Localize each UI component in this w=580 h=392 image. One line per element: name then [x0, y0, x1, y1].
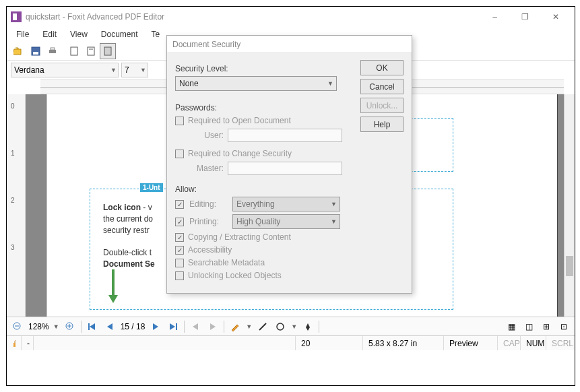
tool3-icon[interactable]: ⊞ [540, 320, 553, 333]
status-page: 20 [296, 336, 363, 350]
security-level-select[interactable]: None▼ [175, 76, 337, 91]
unlock-button: Unlock... [360, 98, 404, 113]
zoom-out-icon[interactable] [11, 320, 24, 333]
navigation-bar: 128% ▼ 15 / 18 ▼ ▼ ▦ ◫ ⊞ ⊡ [7, 317, 575, 335]
page3-icon[interactable] [100, 43, 116, 59]
editing-checkbox [175, 200, 184, 209]
required-open-checkbox [175, 117, 184, 125]
svg-marker-19 [170, 323, 175, 330]
svg-marker-21 [193, 323, 198, 330]
printing-checkbox [175, 218, 184, 226]
svg-rect-3 [51, 48, 55, 50]
prev-page-icon[interactable] [103, 320, 117, 333]
menu-text[interactable]: Te [146, 28, 166, 40]
menu-document[interactable]: Document [96, 28, 143, 40]
status-cap: CAP [498, 336, 521, 350]
svg-rect-1 [33, 52, 38, 55]
editing-select: Everything▼ [232, 197, 340, 211]
menu-file[interactable]: File [11, 28, 34, 40]
next-page-icon[interactable] [149, 320, 162, 333]
tool1-icon[interactable]: ▦ [505, 320, 518, 333]
copying-label: Copying / Extracting Content [188, 232, 291, 242]
last-page-icon[interactable] [166, 320, 180, 333]
lock-icon[interactable] [7, 336, 22, 350]
dialog-title: Document Security [167, 36, 412, 53]
svg-marker-15 [90, 323, 95, 330]
prev-view-icon[interactable] [189, 320, 202, 333]
status-scrl: SCRL [546, 336, 575, 350]
accessibility-checkbox [175, 246, 184, 255]
required-change-label: Required to Change Security [188, 149, 292, 158]
font-name-combo[interactable]: Verdana▼ [11, 63, 119, 77]
page-icon[interactable] [66, 43, 82, 59]
tool2-icon[interactable]: ◫ [522, 320, 536, 333]
save-icon[interactable] [28, 43, 44, 59]
vertical-scrollbar[interactable] [564, 94, 575, 317]
unlocking-checkbox [175, 271, 184, 280]
pen-icon[interactable] [301, 320, 315, 333]
line-icon[interactable] [256, 320, 269, 333]
document-security-dialog: Document Security OK Cancel Unlock... He… [166, 35, 412, 294]
svg-marker-18 [153, 323, 158, 330]
svg-rect-25 [13, 343, 15, 347]
circle-icon[interactable] [273, 320, 287, 333]
searchable-checkbox [175, 259, 184, 267]
searchable-label: Searchable Metadata [188, 258, 265, 267]
accessibility-label: Accessibility [188, 245, 232, 255]
svg-rect-2 [49, 50, 56, 53]
svg-marker-22 [210, 323, 216, 330]
ok-button[interactable]: OK [360, 60, 404, 75]
app-icon [11, 11, 22, 22]
open-icon[interactable] [11, 43, 27, 59]
svg-marker-17 [107, 323, 112, 330]
zoom-value[interactable]: 128% [28, 322, 49, 331]
svg-marker-9 [108, 295, 118, 303]
print-icon[interactable] [44, 43, 61, 59]
vertical-ruler: 0 1 2 3 [7, 94, 26, 317]
printing-label: Printing: [189, 217, 227, 226]
titlebar: quickstart - Foxit Advanced PDF Editor –… [7, 7, 575, 27]
first-page-icon[interactable] [86, 320, 99, 333]
status-dims: 5.83 x 8.27 in [363, 336, 444, 350]
element-tag: 1-Unt [140, 183, 163, 192]
tool4-icon[interactable]: ⊡ [557, 320, 571, 333]
page2-icon[interactable] [83, 43, 99, 59]
required-change-checkbox [175, 150, 184, 158]
help-button[interactable]: Help [360, 117, 404, 132]
down-arrow-icon [106, 269, 120, 303]
close-button[interactable]: ✕ [540, 7, 571, 26]
unlocking-label: Unlocking Locked Objects [188, 271, 282, 280]
svg-line-23 [259, 323, 266, 330]
pencil-icon[interactable] [228, 320, 242, 333]
status-num: NUM [521, 336, 546, 350]
printing-select: High Quality▼ [232, 214, 340, 229]
svg-point-24 [277, 323, 284, 330]
cancel-button[interactable]: Cancel [360, 79, 404, 94]
user-label: User: [191, 131, 224, 140]
maximize-button[interactable]: ❐ [510, 7, 540, 26]
minimize-button[interactable]: – [480, 7, 510, 26]
status-preview: Preview [444, 336, 498, 350]
menu-edit[interactable]: Edit [37, 28, 62, 40]
menu-view[interactable]: View [65, 28, 93, 40]
font-size-combo[interactable]: 7▼ [121, 63, 148, 77]
zoom-dropdown-icon[interactable]: ▼ [53, 323, 59, 330]
window-title: quickstart - Foxit Advanced PDF Editor [26, 12, 480, 22]
svg-rect-7 [104, 47, 111, 55]
user-password-input [228, 129, 342, 142]
page-counter[interactable]: 15 / 18 [121, 322, 146, 331]
required-open-label: Required to Open Document [188, 116, 291, 125]
zoom-in-icon[interactable] [63, 320, 77, 333]
editing-label: Editing: [189, 199, 227, 209]
svg-rect-4 [71, 47, 77, 55]
copying-checkbox [175, 233, 184, 242]
master-password-input [228, 162, 342, 175]
status-bar: - 20 5.83 x 8.27 in Preview CAP NUM SCRL [7, 335, 575, 350]
master-label: Master: [191, 164, 224, 173]
svg-rect-5 [88, 47, 94, 55]
allow-label: Allow: [175, 185, 404, 194]
next-view-icon[interactable] [206, 320, 220, 333]
